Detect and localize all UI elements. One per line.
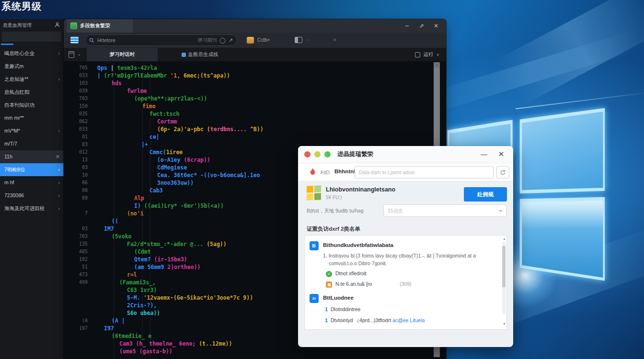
tab-secondary[interactable]: 血般忽生成线 — [162, 48, 237, 61]
sidebar-item[interactable]: m hf› — [0, 176, 64, 189]
search-label-bold[interactable]: Bhhntnl — [334, 168, 355, 174]
list-item-title: Bithundkudvetbfatiwlabata — [323, 242, 393, 248]
line-number: 03 — [64, 225, 91, 233]
warn-count: (309) — [400, 281, 412, 287]
person-icon[interactable] — [55, 22, 60, 28]
code-token: S6o ubea)) — [127, 310, 160, 316]
windows-logo-top-right-pane — [519, 107, 605, 194]
code-line: fimo — [97, 102, 432, 110]
sidebar-item-label: 息氛点红阳 — [4, 89, 30, 95]
light-beam — [516, 91, 644, 110]
sidebar-item-label: m/T/7 — [4, 141, 17, 146]
sidebar-tab-indicator — [1, 44, 13, 45]
line-number — [64, 202, 91, 210]
row-link[interactable]: ac@ee Lituela — [392, 317, 425, 323]
code-token: Fa2/d*stmo_:*-ader @... — [127, 241, 207, 247]
window-restore-icon[interactable]: ∼ — [405, 22, 410, 29]
line-number: 13 — [64, 156, 91, 164]
traffic-light-minimize[interactable] — [314, 151, 321, 157]
line-number: 51 — [64, 263, 91, 271]
form-dropdown[interactable]: 15点击 — [383, 204, 506, 217]
refresh-button[interactable] — [496, 166, 509, 179]
list-item-desc: 1. Instravou bl (3 foims lavy bicay cltv… — [323, 253, 476, 258]
code-token: Cam3 (h_ thmelne_ 6eno; — [119, 340, 199, 347]
scroll-down-icon[interactable]: ▼ — [503, 322, 506, 325]
windows-flag-icon — [307, 185, 321, 201]
split-view-icon[interactable] — [295, 37, 302, 43]
sidebar-item[interactable]: 7230086› — [0, 189, 64, 202]
code-token: '12vaemx-(Ge-5ikac*io'3ooe*7c 9)) — [144, 294, 253, 301]
sidebar-item-label: 喝息吃心企业 — [4, 50, 34, 56]
sidebar-item[interactable]: 海海及此可进田校› — [0, 202, 64, 215]
grid-view-icon[interactable] — [70, 36, 79, 44]
windows-logo-bottom-right-pane — [519, 196, 605, 282]
sidebar-item[interactable]: 之息知迪**› — [0, 73, 64, 86]
sidebar-item[interactable]: 7明检8位› — [0, 163, 64, 176]
code-token: 2Cris-?), — [127, 302, 157, 309]
window-close-icon[interactable]: ✕ — [434, 22, 438, 29]
editor-document-tab[interactable]: 多段散食繁荣 — [67, 19, 133, 33]
code-token: ((aei)Lry* -6mr')5b(<a)) — [144, 202, 224, 209]
code-token: (ume5 (gasta-b)) — [119, 348, 172, 355]
chevron-right-icon: › — [58, 124, 60, 137]
sidebar-title: 息意血周管理 — [3, 22, 32, 28]
gutter: 7050331030397031500350620330183012130310… — [64, 64, 91, 355]
close-icon[interactable]: ✕ — [56, 150, 60, 163]
line-number: 703 — [64, 233, 91, 240]
line-number — [64, 286, 91, 294]
run-icon — [415, 52, 420, 57]
sidebar-item[interactable]: 意趣式m — [0, 60, 64, 73]
minimize-icon[interactable]: — — [480, 150, 488, 158]
app-action-button[interactable]: 赴拥规 — [464, 187, 507, 202]
sidebar-item[interactable]: m/T/7 — [0, 137, 64, 150]
package-icon[interactable] — [247, 37, 254, 44]
target-icon[interactable]: ◯ — [219, 37, 225, 44]
run-control[interactable]: 运行 ∨ — [415, 48, 439, 61]
sidebar-item[interactable]: 自本刊知识功 — [0, 99, 64, 112]
package-label: Cctb+ — [257, 37, 270, 43]
code-token: Cmmc( — [150, 149, 166, 156]
section-title: 证重负访dxrf 2类名单 — [307, 225, 360, 233]
scroll-up-icon[interactable]: ▲ — [503, 237, 506, 240]
line-number: 06 — [64, 179, 91, 187]
code-token: (5ag)) — [207, 241, 227, 247]
toolbar-chevron-icon[interactable]: ∨ — [333, 37, 336, 42]
tab-active[interactable]: 梦习时话时 — [87, 48, 158, 61]
sidebar-item[interactable]: mV*M*› — [0, 124, 64, 137]
chevron-right-icon: › — [58, 189, 60, 202]
window-maximize-icon[interactable]: ⇗ — [419, 22, 424, 29]
code-token: (6tmed1ie_ e — [112, 333, 151, 339]
tab-secondary-label: 血般忽生成线 — [188, 51, 218, 58]
line-number: 473 — [64, 271, 91, 279]
desktop-heading: 系统男级 — [1, 0, 42, 13]
panel-scrollbar-thumb[interactable] — [502, 246, 506, 287]
caret-down-icon[interactable]: ⌄ — [77, 51, 81, 56]
sidebar-item[interactable]: 喝息吃心企业› — [0, 47, 64, 60]
file-icon[interactable] — [69, 51, 74, 58]
editor-titlebar: 多段散食繁荣 ∼ ⇗ ✕ — [64, 19, 446, 33]
line-number: 033 — [64, 125, 91, 133]
detail-list-panel: 卧 Bithundkudvetbfatiwlabata 1. Instravou… — [304, 235, 507, 330]
line-number: 039 — [64, 87, 91, 95]
line-number — [64, 332, 91, 340]
code-line: Qps | tesm3s-42rla — [97, 64, 432, 72]
traffic-light-zoom[interactable] — [324, 151, 331, 157]
traffic-light-close[interactable] — [304, 151, 310, 157]
light-beam — [419, 30, 640, 115]
close-icon[interactable]: ✕ — [497, 150, 506, 158]
sidebar-item[interactable]: 息氛点红阳 — [0, 86, 64, 99]
sidebar-search-input[interactable] — [2, 32, 61, 42]
code-token: (ope*he**:aprr2las-<)) — [134, 95, 207, 102]
dialog-search-input[interactable]: Dala-dam to Lpvmt wtion — [355, 166, 494, 179]
split-label: ··· — [305, 37, 310, 43]
sidebar-panel: 息意血周管理 喝息吃心企业›意趣式m之息知迪**›息氛点红阳自本刊知识功mm m… — [0, 19, 64, 359]
sidebar-item[interactable]: mm mr** — [0, 112, 64, 124]
code-token: C63 1vr3) — [127, 287, 157, 293]
dialog-titlebar: 进晶提瑞繁荣 — ✕ — [298, 146, 513, 163]
scrollbar-top-button[interactable]: ▪ — [434, 62, 440, 68]
sidebar-item[interactable]: 11h✕ — [0, 150, 64, 163]
code-token: (t..12me)) — [199, 340, 232, 347]
editor-search-box[interactable]: Hrtetore 拼习期刊 ◯ ↗ — [85, 34, 237, 46]
code-line: (6p- 2a)'a-pbc (terdbns.... ^B)) — [97, 125, 432, 133]
go-arrow-icon[interactable]: ↗ — [229, 37, 233, 44]
